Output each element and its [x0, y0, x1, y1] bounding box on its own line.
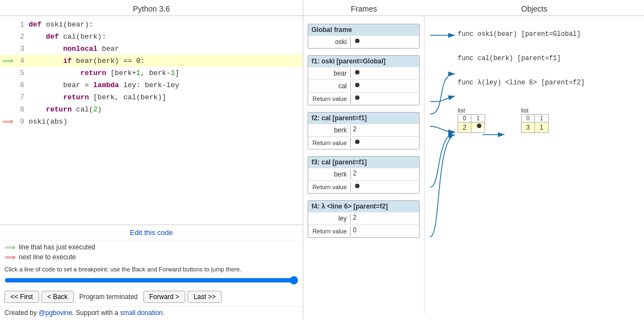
f4-ley-row: ley 2 — [308, 212, 419, 225]
header-frames: Frames — [303, 4, 425, 13]
first-button[interactable]: << First — [4, 291, 39, 303]
list1-dot — [477, 124, 481, 128]
legend-red-arrow: ⟹ — [4, 253, 15, 262]
footer-pgbovine-link[interactable]: @pgbovine — [39, 309, 72, 317]
linenum-1: 1 — [13, 20, 24, 29]
back-button[interactable]: < Back — [41, 291, 74, 303]
f4-ley-label: ley — [312, 215, 350, 222]
code-line-5[interactable]: 5 return [berk+1, berk-1] — [0, 67, 303, 79]
list2-idx-1: 1 — [535, 115, 548, 122]
list2-cells: 0 3 1 1 — [521, 114, 549, 133]
func-lambda-label: func λ(ley) <line 6> [parent=f2] — [458, 79, 584, 87]
list1-container: list 0 2 1 — [458, 107, 485, 133]
f1-cal-dot — [355, 83, 359, 87]
list1-val-1 — [471, 122, 485, 129]
last-button[interactable]: Last >> — [187, 291, 222, 303]
list1-cell-0: 0 2 — [458, 115, 471, 132]
f2-frame: f2: cal [parent=f1] berk 2 Return value — [308, 112, 420, 150]
edit-link[interactable]: Edit this code — [130, 228, 173, 237]
arrow-3 — [2, 44, 13, 53]
arrow-5 — [2, 68, 13, 77]
f2-berk-value: 2 — [350, 125, 416, 135]
frames-col: Global frame oski f1: oski [parent=Globa… — [303, 16, 425, 314]
objects-col: func oski(bear) [parent=Global] func cal… — [425, 16, 644, 314]
header-objects: Objects — [425, 4, 644, 13]
f1-cal-row: cal — [308, 79, 419, 92]
code-line-1[interactable]: 1 def oski(bear): — [0, 18, 303, 30]
code-text-2: def cal(berk): — [29, 33, 106, 41]
code-line-8[interactable]: 8 return cal(2) — [0, 103, 303, 115]
f3-berk-value: 2 — [350, 169, 416, 179]
func-cal-label: func cal(berk) [parent=f1] — [458, 55, 561, 62]
footer-text: Created by @pgbovine. Support with a sma… — [0, 306, 303, 320]
list1-cell-1: 1 — [471, 115, 485, 132]
list2-val-1: 1 — [535, 122, 548, 132]
arrow-2 — [2, 32, 13, 41]
linenum-9: 9 — [13, 118, 24, 126]
arrow-7 — [2, 93, 13, 102]
f1-frame-title: f1: oski [parent=Global] — [308, 56, 419, 67]
global-oski-value — [350, 37, 416, 47]
f1-return-dot — [355, 95, 359, 100]
footer-donation-link[interactable]: small donation — [120, 309, 163, 317]
step-slider[interactable] — [4, 276, 298, 285]
main-container: Python 3.6 1 def oski(bear): 2 def cal(b… — [0, 0, 644, 320]
edit-link-area: Edit this code — [0, 225, 303, 240]
f3-return-label: Return value — [312, 184, 350, 190]
f2-berk-row: berk 2 — [308, 124, 419, 136]
f3-frame-title: f3: cal [parent=f1] — [308, 157, 419, 168]
footer-created-by: Created by — [4, 309, 39, 317]
footer-mid: . Support with a — [72, 309, 120, 317]
code-text-4: if bear(berk) == 0: — [29, 57, 145, 65]
footer-end: . — [163, 309, 164, 317]
code-line-7[interactable]: 7 return [berk, cal(berk)] — [0, 91, 303, 103]
f3-berk-label: berk — [312, 170, 350, 178]
f3-return-row: Return value — [308, 180, 419, 193]
linenum-7: 7 — [13, 93, 24, 102]
code-text-6: bear = lambda ley: berk-ley — [29, 81, 179, 89]
list1-cells: 0 2 1 — [458, 114, 485, 133]
code-line-9[interactable]: ⟹ 9 oski(abs) — [0, 115, 303, 127]
list2-container: list 0 3 1 1 — [521, 107, 549, 133]
list2-idx-0: 0 — [522, 115, 534, 122]
code-line-3[interactable]: 3 nonlocal bear — [0, 42, 303, 55]
f1-bear-row: bear — [308, 67, 419, 79]
list1-idx-1: 1 — [471, 115, 485, 122]
f4-ley-value: 2 — [350, 214, 416, 223]
list1-label: list — [458, 107, 465, 114]
linenum-5: 5 — [13, 69, 24, 77]
f2-frame-title: f2: cal [parent=f1] — [308, 113, 419, 124]
list2-cell-1: 1 1 — [535, 115, 548, 132]
code-line-2[interactable]: 2 def cal(berk): — [0, 30, 303, 42]
linenum-8: 8 — [13, 105, 24, 114]
forward-button[interactable]: Forward > — [143, 291, 185, 303]
f4-return-label: Return value — [312, 228, 350, 234]
global-frame: Global frame oski — [308, 24, 420, 49]
python-title: Python 3.6 — [0, 0, 303, 16]
right-panel: Frames Objects Global frame oski f1: osk… — [303, 0, 644, 320]
list2-cell-0: 0 3 — [522, 115, 535, 132]
f2-return-dot — [355, 140, 359, 144]
list2-val-0: 3 — [522, 122, 534, 132]
code-text-5: return [berk+1, berk-1] — [29, 69, 179, 77]
left-panel: Python 3.6 1 def oski(bear): 2 def cal(b… — [0, 0, 303, 320]
f1-return-value — [350, 94, 416, 104]
f3-berk-row: berk 2 — [308, 168, 419, 180]
buttons-area: << First < Back Program terminated Forwa… — [0, 289, 303, 306]
code-text-9: oski(abs) — [29, 118, 67, 126]
code-text-8: return cal(2) — [29, 105, 102, 114]
code-line-4[interactable]: ⟹ 4 if bear(berk) == 0: — [0, 55, 303, 67]
global-frame-oski-row: oski — [308, 35, 419, 48]
arrow-1 — [2, 20, 13, 29]
list1-idx-0: 0 — [458, 115, 471, 122]
code-line-6[interactable]: 6 bear = lambda ley: berk-ley — [0, 79, 303, 91]
right-header: Frames Objects — [303, 0, 644, 16]
slider-area — [0, 274, 303, 289]
frames-objects-area: Global frame oski f1: oski [parent=Globa… — [303, 16, 644, 314]
f1-return-label: Return value — [312, 95, 350, 102]
f4-return-row: Return value 0 — [308, 225, 419, 237]
global-oski-dot — [355, 39, 359, 43]
f2-berk-label: berk — [312, 126, 350, 134]
list1-val-0: 2 — [458, 122, 471, 132]
f1-bear-label: bear — [312, 70, 350, 77]
